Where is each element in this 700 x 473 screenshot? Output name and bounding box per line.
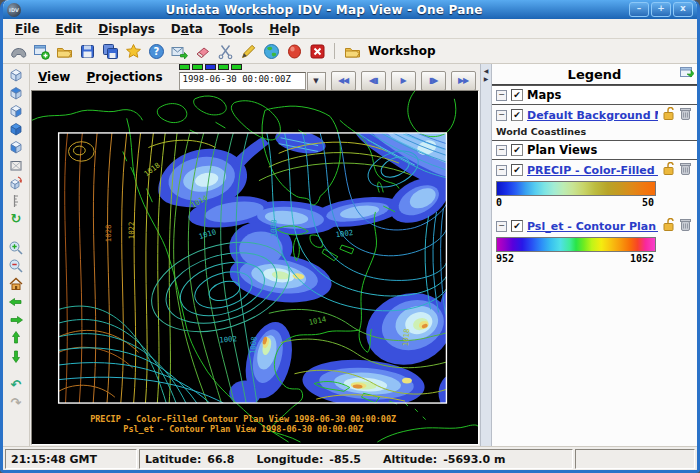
- minimize-button[interactable]: –: [629, 2, 649, 17]
- zoom-in-icon[interactable]: [7, 239, 25, 256]
- precip-visibility-checkbox[interactable]: ✔: [511, 164, 523, 176]
- menu-help[interactable]: Help: [261, 22, 308, 36]
- workshop-label[interactable]: Workshop: [368, 44, 435, 58]
- close-button[interactable]: x: [673, 2, 693, 17]
- title-bar[interactable]: IDV Unidata Workshop IDV - Map View - On…: [3, 0, 697, 19]
- legend-item-psl: − ✔ Psl_et - Contour Plan Vi...: [492, 216, 697, 236]
- svg-text:1022: 1022: [127, 222, 136, 240]
- menu-bar: File Edit Displays Data Tools Help: [3, 19, 697, 39]
- svg-text:Psl_et - Contour Plan View 199: Psl_et - Contour Plan View 1998-06-30 00…: [123, 424, 363, 434]
- precip-display-link[interactable]: PRECIP - Color-Filled Co...: [527, 164, 658, 177]
- collapse-icon[interactable]: −: [496, 145, 507, 156]
- collapse-icon[interactable]: −: [496, 165, 507, 176]
- new-window-icon[interactable]: [32, 42, 50, 60]
- app-window: IDV Unidata Workshop IDV - Map View - On…: [0, 0, 700, 473]
- pan-up-icon[interactable]: [7, 329, 25, 346]
- time-step-boxes[interactable]: [179, 64, 326, 70]
- scissors-icon[interactable]: [216, 42, 234, 60]
- rewind-button[interactable]: ◀◀: [331, 71, 356, 91]
- time-dropdown-button[interactable]: ▼: [307, 72, 326, 91]
- pan-left-icon[interactable]: [7, 293, 25, 310]
- map-canvas[interactable]: 1028 1022 1018 1014 1010 1008 1002 1002 …: [32, 91, 478, 444]
- default-background-maps-link[interactable]: Default Background Maps: [527, 109, 658, 122]
- collapse-left-icon[interactable]: ◀: [484, 68, 489, 74]
- chevron-down-icon: ▼: [313, 77, 318, 85]
- lock-icon[interactable]: [662, 107, 675, 123]
- collapse-icon[interactable]: −: [496, 221, 507, 232]
- plan-views-visibility-checkbox[interactable]: ✔: [511, 144, 523, 156]
- ruler-icon[interactable]: [7, 192, 25, 209]
- trash-icon[interactable]: [680, 218, 691, 234]
- star-icon[interactable]: [124, 42, 142, 60]
- collapse-icon[interactable]: −: [496, 110, 507, 121]
- cube-side-view-icon[interactable]: [7, 84, 25, 101]
- time-step-current[interactable]: [205, 64, 216, 70]
- status-clock: 21:15:48 GMT: [5, 449, 137, 469]
- toolbar-separator: [334, 43, 335, 59]
- save-copy-icon[interactable]: [101, 42, 119, 60]
- globe-icon[interactable]: [262, 42, 280, 60]
- zoom-out-icon[interactable]: [7, 257, 25, 274]
- play-button[interactable]: ▶: [391, 71, 416, 91]
- step-forward-button[interactable]: ▮▶: [421, 71, 446, 91]
- maximize-button[interactable]: +: [651, 2, 671, 17]
- send-mail-icon[interactable]: [170, 42, 188, 60]
- legend-title: Legend: [492, 67, 697, 82]
- fast-forward-button[interactable]: ▶▶: [451, 71, 476, 91]
- precip-colorbar[interactable]: [496, 181, 656, 196]
- float-legend-icon[interactable]: [680, 67, 694, 82]
- lock-icon[interactable]: [662, 162, 675, 178]
- pencil-icon[interactable]: [239, 42, 257, 60]
- psl-visibility-checkbox[interactable]: ✔: [511, 220, 523, 232]
- help-icon[interactable]: ?: [147, 42, 165, 60]
- home-icon[interactable]: [7, 275, 25, 292]
- menu-edit[interactable]: Edit: [48, 22, 91, 36]
- psl-max-label: 1052: [630, 253, 654, 264]
- trash-icon[interactable]: [680, 107, 691, 123]
- eraser-icon[interactable]: [193, 42, 211, 60]
- menu-displays[interactable]: Displays: [90, 22, 163, 36]
- time-step[interactable]: [192, 64, 203, 70]
- panel-splitter[interactable]: ◀ ▶: [480, 64, 492, 446]
- tool-bar: ? Workshop: [3, 39, 697, 64]
- map-view[interactable]: 1028 1022 1018 1014 1010 1008 1002 1002 …: [31, 90, 479, 445]
- psl-colorbar[interactable]: [496, 237, 656, 252]
- collapse-right-icon[interactable]: ▶: [484, 76, 489, 82]
- time-animation-widget: 1998-06-30 00:00:00Z ▼ ◀◀ ◀▮ ▶ ▮▶ ▶▶ ◷: [179, 64, 510, 91]
- maps-visibility-checkbox[interactable]: ✔: [511, 89, 523, 101]
- psl-display-link[interactable]: Psl_et - Contour Plan Vi...: [527, 220, 658, 233]
- save-icon[interactable]: [78, 42, 96, 60]
- collapse-icon[interactable]: −: [496, 90, 507, 101]
- time-step[interactable]: [218, 64, 229, 70]
- lock-icon[interactable]: [662, 218, 675, 234]
- trash-icon[interactable]: [680, 162, 691, 178]
- window-title: Unidata Workshop IDV - Map View - One Pa…: [21, 3, 627, 17]
- cube-left-view-icon[interactable]: [7, 138, 25, 155]
- cube-front-view-icon[interactable]: [7, 102, 25, 119]
- time-value-field[interactable]: 1998-06-30 00:00:00Z: [179, 72, 306, 90]
- perspective-rotate-icon[interactable]: [7, 174, 25, 191]
- undo-icon[interactable]: ↶: [7, 376, 25, 393]
- menu-projections[interactable]: Projections: [86, 70, 178, 84]
- controller-icon[interactable]: [9, 42, 27, 60]
- refresh-icon[interactable]: ↻: [7, 210, 25, 227]
- menu-data[interactable]: Data: [163, 22, 211, 36]
- menu-tools[interactable]: Tools: [211, 22, 261, 36]
- menu-view[interactable]: View: [38, 70, 86, 84]
- workshop-folder-icon[interactable]: [343, 42, 361, 60]
- exit-icon[interactable]: [308, 42, 326, 60]
- step-back-button[interactable]: ◀▮: [361, 71, 386, 91]
- legend-header: Legend: [492, 64, 697, 85]
- cube-top-view-icon[interactable]: [7, 66, 25, 83]
- open-folder-icon[interactable]: [55, 42, 73, 60]
- time-step[interactable]: [231, 64, 242, 70]
- menu-file[interactable]: File: [7, 22, 48, 36]
- pan-right-icon[interactable]: [7, 311, 25, 328]
- record-icon[interactable]: [285, 42, 303, 60]
- time-step[interactable]: [179, 64, 190, 70]
- svg-text:?: ?: [153, 46, 159, 57]
- pan-down-icon[interactable]: [7, 347, 25, 364]
- cube-filled-view-icon[interactable]: [7, 120, 25, 137]
- wireframe-box-icon[interactable]: [7, 156, 25, 173]
- default-maps-visibility-checkbox[interactable]: ✔: [511, 109, 523, 121]
